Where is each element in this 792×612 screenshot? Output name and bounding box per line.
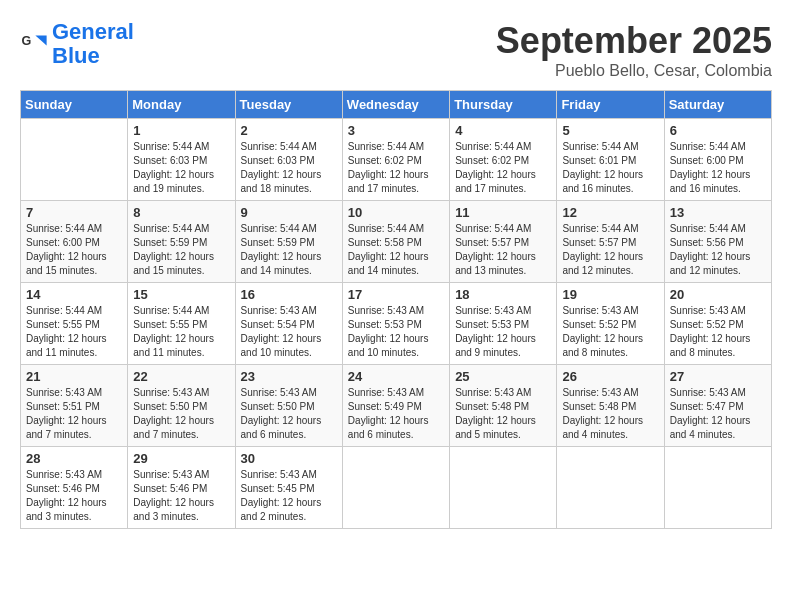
title-block: September 2025 Pueblo Bello, Cesar, Colo… (496, 20, 772, 80)
day-number: 29 (133, 451, 229, 466)
day-number: 23 (241, 369, 337, 384)
day-number: 20 (670, 287, 766, 302)
weekday-header-cell: Monday (128, 91, 235, 119)
calendar-cell: 9Sunrise: 5:44 AM Sunset: 5:59 PM Daylig… (235, 201, 342, 283)
calendar-cell: 12Sunrise: 5:44 AM Sunset: 5:57 PM Dayli… (557, 201, 664, 283)
day-info: Sunrise: 5:43 AM Sunset: 5:52 PM Dayligh… (562, 304, 658, 360)
calendar-cell: 17Sunrise: 5:43 AM Sunset: 5:53 PM Dayli… (342, 283, 449, 365)
day-number: 18 (455, 287, 551, 302)
day-info: Sunrise: 5:44 AM Sunset: 6:02 PM Dayligh… (455, 140, 551, 196)
calendar-week-row: 21Sunrise: 5:43 AM Sunset: 5:51 PM Dayli… (21, 365, 772, 447)
calendar-cell: 11Sunrise: 5:44 AM Sunset: 5:57 PM Dayli… (450, 201, 557, 283)
day-number: 25 (455, 369, 551, 384)
calendar-cell: 29Sunrise: 5:43 AM Sunset: 5:46 PM Dayli… (128, 447, 235, 529)
day-number: 7 (26, 205, 122, 220)
day-info: Sunrise: 5:43 AM Sunset: 5:46 PM Dayligh… (133, 468, 229, 524)
calendar-cell: 24Sunrise: 5:43 AM Sunset: 5:49 PM Dayli… (342, 365, 449, 447)
calendar-cell (450, 447, 557, 529)
day-info: Sunrise: 5:43 AM Sunset: 5:49 PM Dayligh… (348, 386, 444, 442)
day-info: Sunrise: 5:43 AM Sunset: 5:48 PM Dayligh… (455, 386, 551, 442)
calendar-cell: 4Sunrise: 5:44 AM Sunset: 6:02 PM Daylig… (450, 119, 557, 201)
day-info: Sunrise: 5:44 AM Sunset: 6:01 PM Dayligh… (562, 140, 658, 196)
day-info: Sunrise: 5:43 AM Sunset: 5:54 PM Dayligh… (241, 304, 337, 360)
day-number: 24 (348, 369, 444, 384)
calendar-cell (664, 447, 771, 529)
weekday-header-cell: Wednesday (342, 91, 449, 119)
day-info: Sunrise: 5:43 AM Sunset: 5:50 PM Dayligh… (241, 386, 337, 442)
calendar-cell: 28Sunrise: 5:43 AM Sunset: 5:46 PM Dayli… (21, 447, 128, 529)
day-number: 10 (348, 205, 444, 220)
calendar-cell (342, 447, 449, 529)
calendar-cell: 26Sunrise: 5:43 AM Sunset: 5:48 PM Dayli… (557, 365, 664, 447)
day-info: Sunrise: 5:44 AM Sunset: 5:55 PM Dayligh… (26, 304, 122, 360)
location-title: Pueblo Bello, Cesar, Colombia (496, 62, 772, 80)
day-info: Sunrise: 5:43 AM Sunset: 5:53 PM Dayligh… (455, 304, 551, 360)
day-number: 6 (670, 123, 766, 138)
weekday-header-cell: Saturday (664, 91, 771, 119)
day-number: 5 (562, 123, 658, 138)
day-number: 1 (133, 123, 229, 138)
day-number: 27 (670, 369, 766, 384)
day-info: Sunrise: 5:44 AM Sunset: 6:02 PM Dayligh… (348, 140, 444, 196)
calendar-cell: 20Sunrise: 5:43 AM Sunset: 5:52 PM Dayli… (664, 283, 771, 365)
calendar-cell: 16Sunrise: 5:43 AM Sunset: 5:54 PM Dayli… (235, 283, 342, 365)
day-info: Sunrise: 5:44 AM Sunset: 5:57 PM Dayligh… (562, 222, 658, 278)
calendar-table: SundayMondayTuesdayWednesdayThursdayFrid… (20, 90, 772, 529)
day-number: 11 (455, 205, 551, 220)
svg-marker-1 (35, 36, 46, 46)
calendar-cell: 18Sunrise: 5:43 AM Sunset: 5:53 PM Dayli… (450, 283, 557, 365)
calendar-cell: 23Sunrise: 5:43 AM Sunset: 5:50 PM Dayli… (235, 365, 342, 447)
weekday-header-cell: Tuesday (235, 91, 342, 119)
day-info: Sunrise: 5:43 AM Sunset: 5:47 PM Dayligh… (670, 386, 766, 442)
calendar-cell: 7Sunrise: 5:44 AM Sunset: 6:00 PM Daylig… (21, 201, 128, 283)
svg-text:G: G (21, 35, 31, 49)
day-info: Sunrise: 5:44 AM Sunset: 6:03 PM Dayligh… (133, 140, 229, 196)
day-info: Sunrise: 5:44 AM Sunset: 5:56 PM Dayligh… (670, 222, 766, 278)
calendar-cell: 22Sunrise: 5:43 AM Sunset: 5:50 PM Dayli… (128, 365, 235, 447)
day-number: 13 (670, 205, 766, 220)
calendar-cell: 10Sunrise: 5:44 AM Sunset: 5:58 PM Dayli… (342, 201, 449, 283)
logo-text: General Blue (52, 20, 134, 68)
weekday-header-cell: Sunday (21, 91, 128, 119)
day-info: Sunrise: 5:44 AM Sunset: 5:58 PM Dayligh… (348, 222, 444, 278)
day-number: 22 (133, 369, 229, 384)
day-number: 4 (455, 123, 551, 138)
day-number: 26 (562, 369, 658, 384)
calendar-cell: 1Sunrise: 5:44 AM Sunset: 6:03 PM Daylig… (128, 119, 235, 201)
day-info: Sunrise: 5:43 AM Sunset: 5:50 PM Dayligh… (133, 386, 229, 442)
day-info: Sunrise: 5:44 AM Sunset: 5:55 PM Dayligh… (133, 304, 229, 360)
calendar-cell: 6Sunrise: 5:44 AM Sunset: 6:00 PM Daylig… (664, 119, 771, 201)
calendar-week-row: 7Sunrise: 5:44 AM Sunset: 6:00 PM Daylig… (21, 201, 772, 283)
calendar-cell: 13Sunrise: 5:44 AM Sunset: 5:56 PM Dayli… (664, 201, 771, 283)
day-number: 28 (26, 451, 122, 466)
day-info: Sunrise: 5:44 AM Sunset: 6:03 PM Dayligh… (241, 140, 337, 196)
calendar-cell: 8Sunrise: 5:44 AM Sunset: 5:59 PM Daylig… (128, 201, 235, 283)
day-number: 8 (133, 205, 229, 220)
calendar-cell (557, 447, 664, 529)
day-number: 9 (241, 205, 337, 220)
weekday-header-row: SundayMondayTuesdayWednesdayThursdayFrid… (21, 91, 772, 119)
calendar-cell: 3Sunrise: 5:44 AM Sunset: 6:02 PM Daylig… (342, 119, 449, 201)
day-number: 16 (241, 287, 337, 302)
calendar-week-row: 28Sunrise: 5:43 AM Sunset: 5:46 PM Dayli… (21, 447, 772, 529)
day-number: 30 (241, 451, 337, 466)
calendar-cell: 5Sunrise: 5:44 AM Sunset: 6:01 PM Daylig… (557, 119, 664, 201)
day-number: 12 (562, 205, 658, 220)
logo-icon: G (20, 30, 48, 58)
calendar-cell: 27Sunrise: 5:43 AM Sunset: 5:47 PM Dayli… (664, 365, 771, 447)
day-info: Sunrise: 5:43 AM Sunset: 5:48 PM Dayligh… (562, 386, 658, 442)
calendar-cell: 14Sunrise: 5:44 AM Sunset: 5:55 PM Dayli… (21, 283, 128, 365)
calendar-cell: 19Sunrise: 5:43 AM Sunset: 5:52 PM Dayli… (557, 283, 664, 365)
day-info: Sunrise: 5:44 AM Sunset: 5:57 PM Dayligh… (455, 222, 551, 278)
calendar-cell: 21Sunrise: 5:43 AM Sunset: 5:51 PM Dayli… (21, 365, 128, 447)
calendar-cell (21, 119, 128, 201)
day-number: 14 (26, 287, 122, 302)
page-header: G General Blue September 2025 Pueblo Bel… (20, 20, 772, 80)
day-info: Sunrise: 5:43 AM Sunset: 5:52 PM Dayligh… (670, 304, 766, 360)
calendar-body: 1Sunrise: 5:44 AM Sunset: 6:03 PM Daylig… (21, 119, 772, 529)
day-number: 2 (241, 123, 337, 138)
logo: G General Blue (20, 20, 134, 68)
calendar-cell: 30Sunrise: 5:43 AM Sunset: 5:45 PM Dayli… (235, 447, 342, 529)
day-info: Sunrise: 5:44 AM Sunset: 6:00 PM Dayligh… (26, 222, 122, 278)
calendar-week-row: 1Sunrise: 5:44 AM Sunset: 6:03 PM Daylig… (21, 119, 772, 201)
